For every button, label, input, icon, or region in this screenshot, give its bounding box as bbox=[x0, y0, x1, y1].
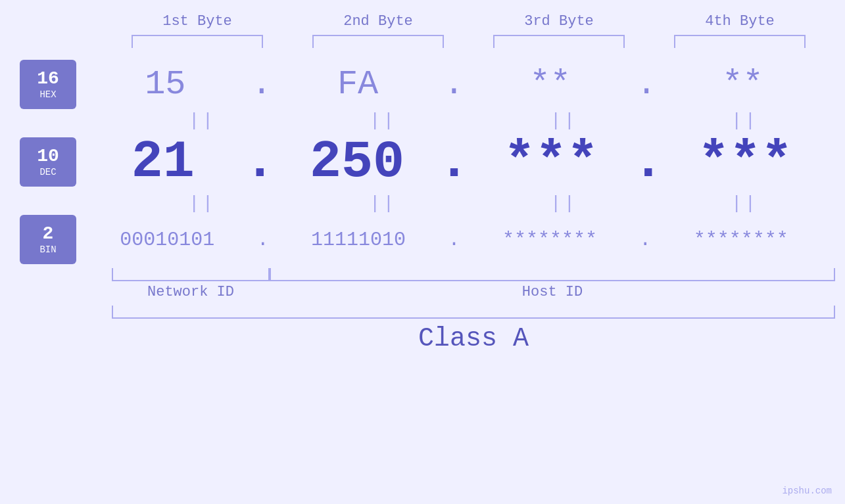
top-bracket-2 bbox=[312, 35, 444, 48]
hex-badge-number: 16 bbox=[37, 69, 59, 89]
hex-val-4: ** bbox=[722, 65, 763, 104]
dec-badge-label: DEC bbox=[39, 167, 56, 177]
dec-val-2: 250 bbox=[310, 132, 404, 192]
bin-badge: 2 BIN bbox=[20, 215, 76, 264]
bin-byte-4: ******** bbox=[662, 229, 820, 251]
bin-val-3: ******** bbox=[502, 229, 597, 251]
dec-row: 10 DEC 21 . 250 . *** . *** bbox=[0, 132, 845, 192]
hex-byte-4: ** bbox=[664, 65, 822, 104]
hex-byte-3: ** bbox=[471, 65, 629, 104]
byte-header-2: 2nd Byte bbox=[299, 13, 457, 30]
byte-header-4: 4th Byte bbox=[661, 13, 819, 30]
host-id-label: Host ID bbox=[270, 284, 835, 300]
hex-byte-1: 15 bbox=[86, 65, 244, 104]
main-container: 1st Byte 2nd Byte 3rd Byte 4th Byte 16 H… bbox=[0, 0, 845, 504]
eq2-4: || bbox=[666, 193, 824, 214]
hex-row: 16 HEX 15 . FA . ** . ** bbox=[0, 60, 845, 109]
dec-byte-4: *** bbox=[666, 132, 824, 192]
hex-bytes: 15 . FA . ** . ** bbox=[83, 65, 825, 104]
bin-badge-number: 2 bbox=[43, 224, 54, 244]
byte-header-3: 3rd Byte bbox=[480, 13, 638, 30]
outer-bracket bbox=[112, 306, 835, 319]
byte-header-1: 1st Byte bbox=[118, 13, 276, 30]
bin-dot-3: . bbox=[639, 229, 651, 251]
dec-dot-3: . bbox=[633, 132, 664, 192]
equals-row-2: || || || || bbox=[112, 193, 835, 214]
dec-byte-2: 250 bbox=[278, 132, 436, 192]
bin-byte-3: ******** bbox=[471, 229, 629, 251]
bin-val-4: ******** bbox=[694, 229, 788, 251]
eq2-2: || bbox=[304, 193, 462, 214]
eq1-2: || bbox=[304, 110, 462, 131]
bin-row: 2 BIN 00010101 . 11111010 . ******** . *… bbox=[0, 215, 845, 264]
eq2-3: || bbox=[485, 193, 643, 214]
watermark: ipshu.com bbox=[782, 486, 832, 496]
class-label: Class A bbox=[112, 324, 835, 354]
bin-byte-2: 11111010 bbox=[279, 229, 437, 251]
network-id-label: Network ID bbox=[112, 284, 270, 300]
dec-badge: 10 DEC bbox=[20, 137, 76, 187]
eq1-1: || bbox=[124, 110, 281, 131]
equals-row-1: || || || || bbox=[112, 110, 835, 131]
network-bracket bbox=[112, 268, 270, 281]
dec-dot-2: . bbox=[438, 132, 470, 192]
top-bracket-3 bbox=[493, 35, 625, 48]
dec-val-4: *** bbox=[698, 132, 792, 192]
dec-bytes: 21 . 250 . *** . *** bbox=[83, 132, 825, 192]
top-bracket-4 bbox=[674, 35, 806, 48]
bin-bytes: 00010101 . 11111010 . ******** . *******… bbox=[83, 229, 825, 251]
hex-dot-1: . bbox=[251, 65, 272, 104]
bin-val-2: 11111010 bbox=[311, 229, 406, 251]
hex-val-1: 15 bbox=[145, 65, 185, 104]
bin-dot-2: . bbox=[448, 229, 460, 251]
dec-val-3: *** bbox=[504, 132, 598, 192]
hex-badge-label: HEX bbox=[39, 89, 56, 100]
top-bracket-1 bbox=[132, 35, 263, 48]
dec-badge-number: 10 bbox=[37, 147, 59, 167]
hex-dot-3: . bbox=[637, 65, 657, 104]
bin-dot-1: . bbox=[257, 229, 269, 251]
bin-val-1: 00010101 bbox=[120, 229, 214, 251]
byte-headers: 1st Byte 2nd Byte 3rd Byte 4th Byte bbox=[107, 13, 831, 30]
dec-dot-1: . bbox=[244, 132, 276, 192]
hex-badge: 16 HEX bbox=[20, 60, 76, 109]
hex-dot-2: . bbox=[444, 65, 464, 104]
hex-val-2: FA bbox=[337, 65, 378, 104]
eq1-3: || bbox=[485, 110, 643, 131]
hex-byte-2: FA bbox=[279, 65, 437, 104]
eq2-1: || bbox=[124, 193, 281, 214]
eq1-4: || bbox=[666, 110, 824, 131]
id-labels-row: Network ID Host ID bbox=[112, 284, 835, 300]
hex-val-3: ** bbox=[530, 65, 571, 104]
bottom-brackets-row bbox=[112, 268, 835, 281]
dec-byte-3: *** bbox=[472, 132, 630, 192]
top-brackets bbox=[107, 35, 831, 48]
dec-val-1: 21 bbox=[132, 132, 195, 192]
dec-byte-1: 21 bbox=[84, 132, 242, 192]
host-bracket bbox=[270, 268, 835, 281]
bin-byte-1: 00010101 bbox=[88, 229, 246, 251]
bin-badge-label: BIN bbox=[39, 244, 56, 255]
